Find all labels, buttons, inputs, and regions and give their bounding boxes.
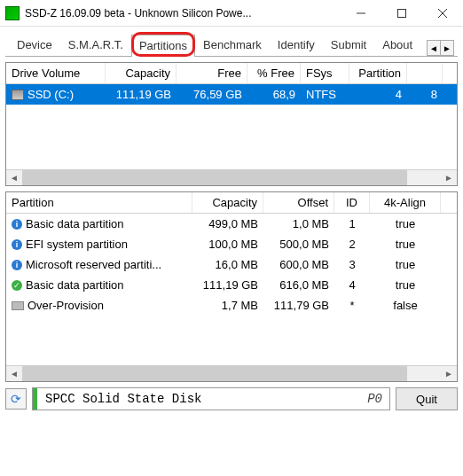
partition-name: Basic data partition bbox=[26, 217, 124, 230]
partition-capacity: 499,0 MB bbox=[192, 215, 263, 232]
drive-partition: 4 bbox=[349, 86, 407, 103]
partition-row[interactable]: iBasic data partition499,0 MB1,0 MB1true bbox=[6, 214, 457, 234]
hscroll-left-icon[interactable]: ◄ bbox=[6, 366, 22, 381]
partition-capacity: 100,0 MB bbox=[192, 236, 263, 253]
quit-button[interactable]: Quit bbox=[396, 387, 458, 410]
tab-scroll-right-button[interactable]: ► bbox=[440, 40, 454, 56]
drive-fsys: NTFS bbox=[301, 86, 349, 103]
drive-capacity: 111,19 GB bbox=[106, 86, 177, 103]
refresh-button[interactable]: ⟳ bbox=[5, 388, 27, 410]
drive-volumes-header: Drive Volume Capacity Free % Free FSys P… bbox=[6, 63, 457, 84]
partition-align: false bbox=[370, 297, 441, 314]
partition-capacity: 1,7 MB bbox=[192, 297, 263, 314]
partition-offset: 111,79 GB bbox=[263, 297, 334, 314]
hscroll-thumb[interactable] bbox=[22, 170, 407, 185]
col-drive-volume[interactable]: Drive Volume bbox=[6, 63, 106, 83]
partitions-panel: Partition Capacity Offset ID 4k-Align iB… bbox=[5, 191, 458, 382]
col-pct-free[interactable]: % Free bbox=[247, 63, 301, 83]
col-id[interactable]: ID bbox=[334, 192, 370, 213]
partition-id: 2 bbox=[334, 236, 370, 253]
partition-row[interactable]: iEFI system partition100,0 MB500,0 MB2tr… bbox=[6, 234, 457, 254]
device-code: P0 bbox=[367, 392, 382, 406]
over-provision-icon bbox=[12, 301, 24, 310]
partition-offset: 600,0 MB bbox=[263, 256, 334, 273]
check-icon bbox=[12, 280, 22, 291]
partition-name: Microsoft reserved partiti... bbox=[26, 258, 161, 271]
partition-align: true bbox=[370, 215, 441, 232]
device-name: SPCC Solid State Disk bbox=[45, 392, 367, 406]
partition-align: true bbox=[370, 256, 441, 273]
maximize-button[interactable] bbox=[381, 0, 422, 27]
drive-row[interactable]: SSD (C:) 111,19 GB 76,59 GB 68,9 NTFS 4 … bbox=[6, 84, 457, 105]
app-icon bbox=[5, 6, 20, 20]
close-button[interactable] bbox=[422, 0, 463, 27]
tab-identify[interactable]: Identify bbox=[270, 34, 323, 56]
partition-id: * bbox=[334, 297, 370, 314]
info-icon: i bbox=[12, 239, 22, 250]
partition-align: true bbox=[370, 236, 441, 253]
col-free[interactable]: Free bbox=[177, 63, 247, 83]
tab-scroll-left-button[interactable]: ◄ bbox=[427, 40, 441, 56]
tab-device[interactable]: Device bbox=[9, 34, 60, 56]
partition-id: 1 bbox=[334, 215, 370, 232]
drive-free: 76,59 GB bbox=[177, 86, 247, 103]
tab-smart[interactable]: S.M.A.R.T. bbox=[60, 34, 131, 56]
col-extra[interactable] bbox=[407, 63, 443, 83]
tab-benchmark[interactable]: Benchmark bbox=[195, 34, 270, 56]
device-selector[interactable]: SPCC Solid State Disk P0 bbox=[32, 387, 390, 410]
titlebar: SSD-Z 16.09.09 beta - Unknown Silicon Po… bbox=[0, 0, 463, 27]
col-partition[interactable]: Partition bbox=[349, 63, 407, 83]
partition-name: EFI system partition bbox=[26, 238, 128, 251]
drive-pct-free: 68,9 bbox=[247, 86, 301, 103]
col-fsys[interactable]: FSys bbox=[301, 63, 349, 83]
partition-capacity: 111,19 GB bbox=[192, 277, 263, 293]
partition-row[interactable]: Over-Provision1,7 MB111,79 GB*false bbox=[6, 295, 457, 316]
status-bar-icon bbox=[33, 388, 37, 410]
partition-offset: 1,0 MB bbox=[263, 215, 334, 232]
tab-submit[interactable]: Submit bbox=[323, 34, 374, 56]
info-icon: i bbox=[12, 260, 22, 270]
partition-capacity: 16,0 MB bbox=[192, 256, 263, 273]
partition-row[interactable]: iMicrosoft reserved partiti...16,0 MB600… bbox=[6, 254, 457, 275]
col-offset[interactable]: Offset bbox=[263, 192, 334, 213]
tab-partitions[interactable]: Partitions bbox=[131, 35, 195, 57]
partition-offset: 500,0 MB bbox=[263, 236, 334, 253]
hscroll-thumb[interactable] bbox=[22, 366, 407, 381]
partition-row[interactable]: Basic data partition111,19 GB616,0 MB4tr… bbox=[6, 275, 457, 295]
drive-volumes-panel: Drive Volume Capacity Free % Free FSys P… bbox=[5, 62, 458, 186]
tab-bar: Device S.M.A.R.T. Partitions Benchmark I… bbox=[5, 32, 458, 57]
drive-volume-label: SSD (C:) bbox=[27, 88, 74, 101]
partition-hscroll[interactable]: ◄ ► bbox=[6, 365, 457, 381]
hscroll-left-icon[interactable]: ◄ bbox=[6, 170, 22, 185]
info-icon: i bbox=[12, 219, 22, 230]
minimize-button[interactable] bbox=[341, 0, 381, 27]
partition-id: 4 bbox=[334, 277, 370, 293]
svg-rect-0 bbox=[398, 9, 406, 17]
col-partition-name[interactable]: Partition bbox=[6, 192, 192, 213]
drive-hscroll[interactable]: ◄ ► bbox=[6, 169, 457, 185]
hscroll-right-icon[interactable]: ► bbox=[441, 170, 457, 185]
partition-align: true bbox=[370, 277, 441, 293]
refresh-icon: ⟳ bbox=[11, 392, 21, 406]
partitions-header: Partition Capacity Offset ID 4k-Align bbox=[6, 192, 457, 214]
col-4k-align[interactable]: 4k-Align bbox=[370, 192, 441, 213]
col-part-capacity[interactable]: Capacity bbox=[192, 192, 263, 213]
partition-name: Basic data partition bbox=[26, 278, 124, 292]
hscroll-right-icon[interactable]: ► bbox=[441, 366, 457, 381]
drive-extra: 8 bbox=[407, 86, 443, 103]
drive-icon bbox=[12, 90, 24, 100]
partition-name: Over-Provision bbox=[27, 299, 104, 312]
footer: ⟳ SPCC Solid State Disk P0 Quit bbox=[5, 387, 458, 410]
tab-about[interactable]: About bbox=[374, 34, 420, 56]
window-title: SSD-Z 16.09.09 beta - Unknown Silicon Po… bbox=[25, 7, 341, 20]
col-capacity[interactable]: Capacity bbox=[106, 63, 177, 83]
partition-id: 3 bbox=[334, 256, 370, 273]
partition-offset: 616,0 MB bbox=[263, 277, 334, 293]
